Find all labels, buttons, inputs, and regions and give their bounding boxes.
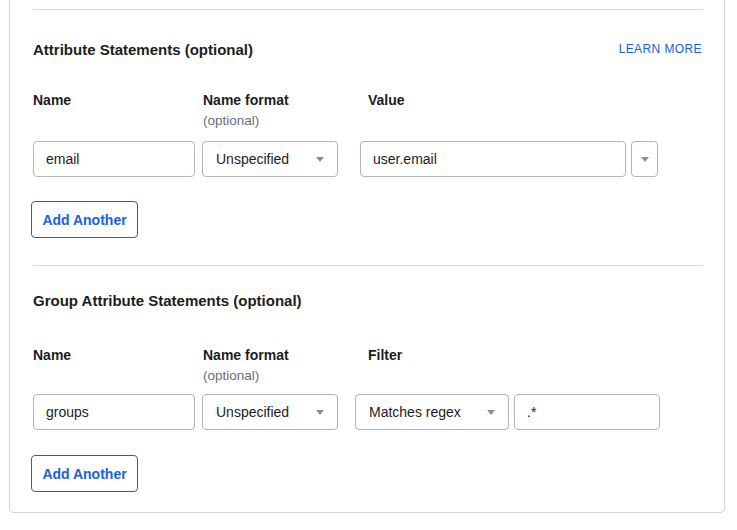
group-filter-value-input[interactable] — [514, 394, 660, 430]
attribute-name-format-selected-value: Unspecified — [216, 151, 289, 167]
column-label-group-name-format: Name format — [203, 347, 289, 363]
attribute-value-dropdown-button[interactable] — [631, 141, 658, 177]
add-another-attribute-button[interactable]: Add Another — [31, 201, 138, 238]
caret-down-icon — [641, 157, 649, 162]
caret-down-icon — [316, 410, 324, 415]
section-title-group-attribute-statements: Group Attribute Statements (optional) — [33, 292, 302, 310]
page: Attribute Statements (optional) LEARN MO… — [0, 0, 737, 530]
column-label-value: Value — [368, 92, 405, 108]
group-name-format-select[interactable]: Unspecified — [202, 394, 338, 430]
column-label-group-name: Name — [33, 347, 71, 363]
name-format-optional-hint: (optional) — [203, 113, 259, 129]
group-filter-type-select[interactable]: Matches regex — [355, 394, 509, 430]
section-title-attribute-statements: Attribute Statements (optional) — [33, 41, 253, 59]
top-divider — [33, 9, 703, 10]
column-label-name: Name — [33, 92, 71, 108]
learn-more-link[interactable]: LEARN MORE — [619, 42, 702, 56]
group-name-format-optional-hint: (optional) — [203, 368, 259, 384]
add-another-group-attribute-button[interactable]: Add Another — [31, 455, 138, 492]
settings-card — [9, 0, 725, 513]
column-label-name-format: Name format — [203, 92, 289, 108]
group-attribute-name-input[interactable] — [33, 394, 195, 430]
section-divider — [33, 265, 703, 266]
column-label-filter: Filter — [368, 347, 402, 363]
caret-down-icon — [487, 410, 495, 415]
group-filter-type-selected-value: Matches regex — [369, 404, 461, 420]
caret-down-icon — [316, 157, 324, 162]
attribute-name-format-select[interactable]: Unspecified — [202, 141, 338, 177]
attribute-value-input[interactable] — [360, 141, 626, 177]
group-name-format-selected-value: Unspecified — [216, 404, 289, 420]
attribute-name-input[interactable] — [33, 141, 195, 177]
